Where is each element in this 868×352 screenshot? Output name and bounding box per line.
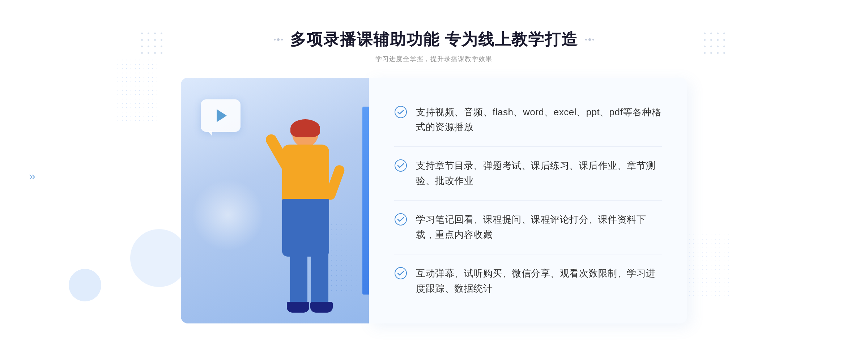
dots-decoration-left bbox=[116, 58, 159, 123]
feature-item-4: 互动弹幕、试听购买、微信分享、观看次数限制、学习进度跟踪、数据统计 bbox=[394, 259, 662, 302]
title-decorator-right bbox=[585, 38, 594, 41]
char-leg-right bbox=[311, 249, 328, 307]
feature-item-2: 支持章节目录、弹题考试、课后练习、课后作业、章节测验、批改作业 bbox=[394, 152, 662, 195]
blue-accent-bar bbox=[362, 107, 369, 295]
illustration-panel bbox=[181, 78, 369, 323]
play-bubble bbox=[201, 99, 241, 132]
svg-point-0 bbox=[395, 106, 407, 118]
check-icon-2 bbox=[394, 159, 407, 172]
feature-text-2: 支持章节目录、弹题考试、课后练习、课后作业、章节测验、批改作业 bbox=[416, 158, 662, 188]
decorative-circle-small bbox=[69, 269, 101, 301]
feature-text-1: 支持视频、音频、flash、word、excel、ppt、pdf等各种格式的资源… bbox=[416, 105, 662, 135]
svg-point-1 bbox=[395, 160, 407, 171]
page-header: 多项录播课辅助功能 专为线上教学打造 学习进度全掌握，提升录播课教学效果 bbox=[274, 29, 594, 63]
check-icon-1 bbox=[394, 106, 407, 119]
check-icon-4 bbox=[394, 267, 407, 280]
features-panel: 支持视频、音频、flash、word、excel、ppt、pdf等各种格式的资源… bbox=[369, 78, 687, 323]
char-body bbox=[282, 145, 329, 202]
feature-text-4: 互动弹幕、试听购买、微信分享、观看次数限制、学习进度跟踪、数据统计 bbox=[416, 266, 662, 296]
divider-1 bbox=[394, 146, 662, 147]
svg-point-3 bbox=[395, 267, 407, 279]
char-hair bbox=[290, 119, 320, 137]
char-pants bbox=[282, 199, 329, 257]
char-leg-left bbox=[290, 249, 307, 307]
decorative-circle-large bbox=[130, 229, 188, 287]
page-title: 多项录播课辅助功能 专为线上教学打造 bbox=[290, 29, 578, 50]
title-decorator-left bbox=[274, 38, 283, 41]
char-shoe-right bbox=[310, 302, 333, 313]
character-illustration bbox=[246, 121, 347, 323]
divider-3 bbox=[394, 254, 662, 254]
chevron-left-icon: » bbox=[29, 169, 35, 183]
dots-decoration-right bbox=[687, 233, 731, 298]
main-content: 支持视频、音频、flash、word、excel、ppt、pdf等各种格式的资源… bbox=[181, 78, 687, 323]
feature-item-3: 学习笔记回看、课程提问、课程评论打分、课件资料下载，重点内容收藏 bbox=[394, 206, 662, 249]
feature-text-3: 学习笔记回看、课程提问、课程评论打分、课件资料下载，重点内容收藏 bbox=[416, 212, 662, 242]
title-dots-right bbox=[704, 33, 727, 56]
play-triangle-icon bbox=[217, 109, 227, 122]
char-shoe-left bbox=[287, 302, 309, 313]
check-icon-3 bbox=[394, 213, 407, 226]
feature-item-1: 支持视频、音频、flash、word、excel、ppt、pdf等各种格式的资源… bbox=[394, 98, 662, 141]
title-dots-left bbox=[141, 33, 164, 56]
divider-2 bbox=[394, 200, 662, 201]
svg-point-2 bbox=[395, 214, 407, 225]
page-subtitle: 学习进度全掌握，提升录播课教学效果 bbox=[274, 55, 594, 63]
